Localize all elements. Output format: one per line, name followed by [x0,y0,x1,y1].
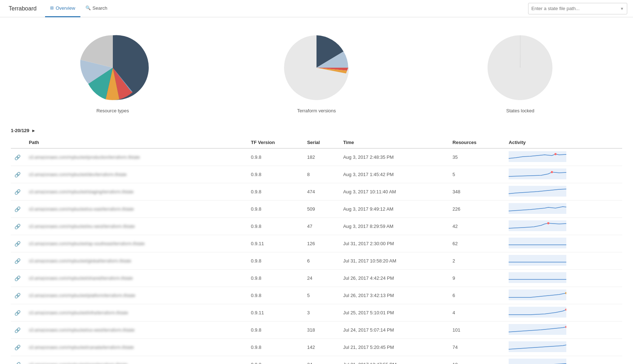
row-resources: 74 [449,339,505,356]
path-text[interactable]: s3.amazonaws.com/mybucket/platform/terra… [29,293,135,298]
table-body: 🔗s3.amazonaws.com/mybucket/production/te… [11,148,622,364]
row-serial: 8 [304,166,340,183]
table-row[interactable]: 🔗s3.amazonaws.com/mybucket/dev/terraform… [11,166,622,183]
row-link-icon[interactable]: 🔗 [11,166,25,183]
table-row[interactable]: 🔗s3.amazonaws.com/mybucket/platform/terr… [11,287,622,304]
state-path-input[interactable] [531,6,618,11]
link-icon[interactable]: 🔗 [14,224,21,229]
row-path[interactable]: s3.amazonaws.com/mybucket/platform/terra… [25,287,247,304]
row-path[interactable]: s3.amazonaws.com/mybucket/canada/terrafo… [25,339,247,356]
row-path[interactable]: s3.amazonaws.com/mybucket/us-west/terraf… [25,322,247,339]
path-text[interactable]: s3.amazonaws.com/mybucket/production/ter… [29,155,140,160]
row-tf-version: 0.9.8 [247,218,304,235]
row-link-icon[interactable]: 🔗 [11,322,25,339]
row-path[interactable]: s3.amazonaws.com/mybucket/us-east/terraf… [25,201,247,218]
row-link-icon[interactable]: 🔗 [11,304,25,322]
navbar: Terraboard ⊞ Overview 🔍 Search ▼ [0,0,633,17]
link-icon[interactable]: 🔗 [14,172,21,177]
row-activity [505,166,622,183]
nav-item-search[interactable]: 🔍 Search [80,0,112,17]
row-path[interactable]: s3.amazonaws.com/mybucket/eu-west/terraf… [25,218,247,235]
row-path[interactable]: s3.amazonaws.com/mybucket/global/terrafo… [25,252,247,270]
row-link-icon[interactable]: 🔗 [11,235,25,252]
path-text[interactable]: s3.amazonaws.com/mybucket/dev/terraform.… [29,172,127,177]
link-icon[interactable]: 🔗 [14,310,21,316]
row-path[interactable]: s3.amazonaws.com/mybucket/infra/terrafor… [25,304,247,322]
link-icon[interactable]: 🔗 [14,362,21,364]
link-icon[interactable]: 🔗 [14,154,21,160]
activity-sparkline [509,255,566,266]
row-link-icon[interactable]: 🔗 [11,183,25,201]
row-serial: 5 [304,287,340,304]
table-row[interactable]: 🔗s3.amazonaws.com/mybucket/staging/terra… [11,183,622,201]
link-icon[interactable]: 🔗 [14,189,21,195]
row-path[interactable]: s3.amazonaws.com/mybucket/asia/terraform… [25,356,247,364]
path-text[interactable]: s3.amazonaws.com/mybucket/staging/terraf… [29,189,134,194]
row-path[interactable]: s3.amazonaws.com/mybucket/staging/terraf… [25,183,247,201]
activity-sparkline [509,220,566,231]
svg-rect-6 [509,220,566,231]
svg-rect-2 [509,168,566,179]
table-row[interactable]: 🔗s3.amazonaws.com/mybucket/canada/terraf… [11,339,622,356]
row-link-icon[interactable]: 🔗 [11,339,25,356]
link-icon[interactable]: 🔗 [14,327,21,333]
table-row[interactable]: 🔗s3.amazonaws.com/mybucket/asia/terrafor… [11,356,622,364]
link-icon[interactable]: 🔗 [14,275,21,281]
link-icon[interactable]: 🔗 [14,258,21,264]
path-text[interactable]: s3.amazonaws.com/mybucket/shared/terrafo… [29,276,133,281]
row-tf-version: 0.9.8 [247,166,304,183]
row-serial: 126 [304,235,340,252]
row-path[interactable]: s3.amazonaws.com/mybucket/shared/terrafo… [25,270,247,287]
row-link-icon[interactable]: 🔗 [11,252,25,270]
row-link-icon[interactable]: 🔗 [11,270,25,287]
row-activity [505,252,622,270]
row-resources: 2 [449,252,505,270]
path-text[interactable]: s3.amazonaws.com/mybucket/global/terrafo… [29,259,131,264]
path-text[interactable]: s3.amazonaws.com/mybucket/us-west/terraf… [29,328,134,333]
svg-rect-17 [509,341,566,352]
table-row[interactable]: 🔗s3.amazonaws.com/mybucket/shared/terraf… [11,270,622,287]
row-resources: 35 [449,148,505,166]
table-row[interactable]: 🔗s3.amazonaws.com/mybucket/production/te… [11,148,622,166]
col-header-icon [11,137,25,148]
svg-rect-4 [509,186,566,197]
row-link-icon[interactable]: 🔗 [11,287,25,304]
path-text[interactable]: s3.amazonaws.com/mybucket/ap-southeast/t… [29,241,145,246]
terraform-versions-label: Terraform versions [297,108,336,113]
main-content: Resource types Terraform versions [0,17,633,364]
activity-sparkline [509,168,566,179]
row-tf-version: 0.9.11 [247,235,304,252]
link-icon[interactable]: 🔗 [14,293,21,298]
table-row[interactable]: 🔗s3.amazonaws.com/mybucket/global/terraf… [11,252,622,270]
col-header-activity: Activity [505,137,622,148]
path-text[interactable]: s3.amazonaws.com/mybucket/asia/terraform… [29,362,128,364]
link-icon[interactable]: 🔗 [14,206,21,212]
svg-rect-0 [509,151,566,162]
path-text[interactable]: s3.amazonaws.com/mybucket/eu-west/terraf… [29,224,135,229]
path-text[interactable]: s3.amazonaws.com/mybucket/us-east/terraf… [29,207,134,212]
table-row[interactable]: 🔗s3.amazonaws.com/mybucket/us-east/terra… [11,201,622,218]
row-path[interactable]: s3.amazonaws.com/mybucket/dev/terraform.… [25,166,247,183]
path-text[interactable]: s3.amazonaws.com/mybucket/canada/terrafo… [29,345,134,350]
path-text[interactable]: s3.amazonaws.com/mybucket/infra/terrafor… [29,310,128,315]
row-link-icon[interactable]: 🔗 [11,201,25,218]
table-row[interactable]: 🔗s3.amazonaws.com/mybucket/eu-west/terra… [11,218,622,235]
table-row[interactable]: 🔗s3.amazonaws.com/mybucket/infra/terrafo… [11,304,622,322]
row-link-icon[interactable]: 🔗 [11,356,25,364]
link-icon[interactable]: 🔗 [14,345,21,350]
row-path[interactable]: s3.amazonaws.com/mybucket/production/ter… [25,148,247,166]
row-link-icon[interactable]: 🔗 [11,148,25,166]
row-resources: 5 [449,166,505,183]
col-header-tf-version: TF Version [247,137,304,148]
row-time: Jul 26, 2017 4:42:24 PM [340,270,449,287]
activity-sparkline [509,272,566,283]
link-icon[interactable]: 🔗 [14,241,21,247]
state-path-wrapper[interactable]: ▼ [528,3,627,14]
pagination-next-icon[interactable]: ► [31,128,36,133]
row-path[interactable]: s3.amazonaws.com/mybucket/ap-southeast/t… [25,235,247,252]
table-row[interactable]: 🔗s3.amazonaws.com/mybucket/us-west/terra… [11,322,622,339]
row-time: Jul 31, 2017 10:58:20 AM [340,252,449,270]
nav-item-overview[interactable]: ⊞ Overview [45,0,80,17]
table-row[interactable]: 🔗s3.amazonaws.com/mybucket/ap-southeast/… [11,235,622,252]
row-link-icon[interactable]: 🔗 [11,218,25,235]
